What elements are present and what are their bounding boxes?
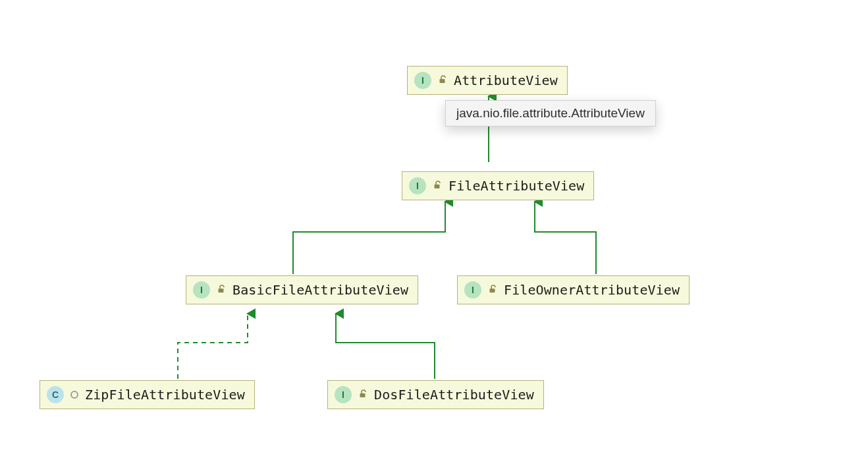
node-fileownerattributeview[interactable]: I FileOwnerAttributeView [457, 275, 690, 304]
node-basicfileattributeview[interactable]: I BasicFileAttributeView [186, 275, 418, 304]
diagram-canvas: I AttributeView java.nio.file.attribute.… [0, 0, 868, 452]
package-private-icon [70, 391, 78, 399]
tooltip-fqn: java.nio.file.attribute.AttributeView [445, 100, 656, 127]
interface-icon: I [464, 281, 481, 298]
lock-open-icon [488, 284, 497, 297]
node-attributeview[interactable]: I AttributeView [407, 66, 568, 95]
node-label: DosFileAttributeView [374, 387, 534, 403]
svg-rect-4 [360, 393, 366, 397]
svg-rect-2 [219, 289, 224, 293]
interface-icon: I [409, 177, 426, 194]
node-dosfileattributeview[interactable]: I DosFileAttributeView [327, 380, 544, 409]
class-icon: C [47, 386, 64, 403]
node-zipfileattributeview[interactable]: C ZipFileAttributeView [40, 380, 255, 409]
edge-dos-to-basic [336, 314, 435, 379]
svg-rect-1 [435, 184, 440, 188]
node-label: FileAttributeView [448, 178, 584, 194]
lock-open-icon [358, 389, 367, 401]
node-fileattributeview[interactable]: I FileAttributeView [402, 171, 594, 200]
tooltip-text: java.nio.file.attribute.AttributeView [456, 106, 645, 120]
svg-rect-3 [490, 289, 495, 293]
interface-icon: I [335, 386, 352, 403]
lock-open-icon [433, 180, 442, 192]
node-label: ZipFileAttributeView [85, 387, 245, 403]
interface-icon: I [193, 281, 210, 298]
edge-zip-to-basic [178, 314, 248, 379]
node-label: FileOwnerAttributeView [504, 282, 680, 298]
node-label: AttributeView [454, 72, 558, 88]
edge-owner-to-fileattr [535, 202, 596, 274]
lock-open-icon [217, 284, 226, 297]
node-label: BasicFileAttributeView [232, 282, 408, 298]
interface-icon: I [414, 72, 431, 89]
edge-basic-to-fileattr [293, 202, 445, 274]
svg-rect-0 [440, 79, 445, 83]
lock-open-icon [438, 74, 447, 87]
